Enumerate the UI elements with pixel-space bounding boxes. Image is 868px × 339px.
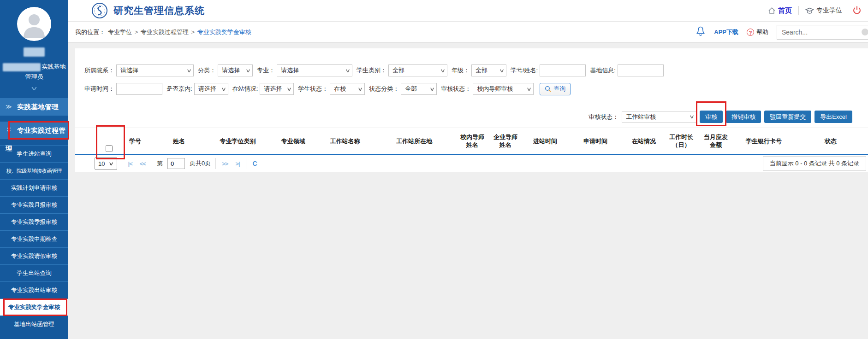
breadcrumb: 我的位置： 专业学位 > 专业实践过程管理 > 专业实践奖学金审核 > [75, 28, 251, 36]
sidebar-item[interactable]: 专业实践奖学金审核 [0, 298, 68, 316]
filter-label: 基地信息: [590, 66, 616, 75]
search-box [777, 25, 868, 40]
filter-select[interactable]: 全部 ∨ [471, 64, 506, 76]
chevron-down-icon: ∨ [186, 68, 192, 74]
filter-select[interactable]: 校内导师审核 ∨ [473, 83, 534, 95]
logout-power-button[interactable] [852, 6, 862, 16]
sidebar-item[interactable]: 专业实践出站审核 [0, 281, 68, 298]
sidebar-item[interactable]: 校、院级基地接收函管理 [0, 162, 68, 179]
divider [152, 158, 152, 169]
sidebar-group[interactable]: ≫ 实践基地管理 [0, 98, 68, 116]
sidebar-group[interactable]: ≫ 专业实践过程管理 [0, 122, 68, 139]
status-filter-label: 审核状态： [589, 113, 618, 121]
chevron-down-icon: ∨ [245, 68, 251, 74]
filter-label: 专业： [257, 66, 275, 75]
sidebar-item[interactable]: 专业实践请假审核 [0, 247, 68, 264]
table-header-row: 学号 姓名 专业学位类别 专业领域 工作站名称 工作站所在地 校内导师 姓名 企… [75, 128, 868, 155]
filter-input[interactable] [540, 64, 586, 76]
toolbar-action-button[interactable]: 审核 [700, 111, 723, 123]
search-input[interactable] [781, 28, 856, 36]
prev-page-button[interactable]: << [138, 160, 147, 167]
toolbar-action-button[interactable]: 驳回重新提交 [764, 111, 811, 123]
power-icon [852, 6, 862, 15]
redacted-username [24, 47, 45, 57]
divider [122, 158, 122, 169]
filter-select[interactable]: 全部 ∨ [388, 64, 447, 76]
role-text: 实践基地 [42, 63, 66, 70]
sidebar-submenu: 学生进站查询 校、院级基地接收函管理 实践计划申请审核 专业实践月报审核 专业实… [0, 145, 68, 333]
filter-input[interactable] [618, 64, 664, 76]
refresh-button[interactable]: C [251, 160, 259, 167]
chevron-down-icon: ∨ [108, 161, 114, 167]
chevron-down-icon: ∨ [345, 68, 351, 74]
divider [246, 158, 246, 169]
toolbar-action-button[interactable]: 撤销审核 [726, 111, 761, 123]
filter-select[interactable]: 请选择 ∨ [218, 64, 253, 76]
filter-field: 所属院系： 请选择 ∨ [84, 64, 194, 76]
bell-icon [696, 26, 706, 37]
search-icon[interactable] [862, 29, 868, 35]
next-page-button[interactable]: >> [220, 160, 229, 167]
breadcrumb-separator: > [191, 29, 195, 35]
filter-field: 状态分类： 全部 ∨ [369, 83, 437, 95]
first-page-button[interactable]: |< [127, 160, 134, 167]
chevron-down-icon: ∨ [357, 86, 363, 92]
breadcrumb-item[interactable]: 专业实践奖学金审核 [197, 29, 251, 35]
table-column-header: 进站时间 [522, 128, 568, 155]
sidebar-item[interactable]: 实践计划申请审核 [0, 179, 68, 196]
table-column-header: 学号 [119, 128, 151, 155]
home-icon [768, 7, 776, 14]
filter-field: 学生类别： 全部 ∨ [357, 64, 447, 76]
user-silhouette-icon [22, 12, 47, 38]
help-icon: ? [747, 29, 754, 36]
filter-label: 学生类别： [357, 66, 386, 75]
chevron-down-icon: ∨ [499, 68, 505, 74]
table-column-header: 专业学位类别 [207, 128, 269, 155]
filter-select[interactable]: 在校 ∨ [330, 83, 365, 95]
sidebar-item[interactable]: 专业实践中期检查 [0, 230, 68, 247]
filter-label: 所属院系： [84, 66, 114, 75]
logo-icon [91, 2, 108, 19]
collapse-chevron-icon[interactable]: ∨ [0, 85, 102, 92]
filter-select[interactable]: 请选择 ∨ [116, 64, 194, 76]
status-filter-select[interactable]: 工作站审核 ∨ [622, 111, 696, 123]
toolbar-action-button[interactable]: 导出Excel [814, 111, 852, 123]
sidebar-item[interactable]: 专业实践月报审核 [0, 196, 68, 213]
nav-home[interactable]: 首页 [768, 6, 792, 15]
breadcrumb-item[interactable]: 专业实践过程管理 [141, 29, 189, 35]
breadcrumb-items: 专业学位 > 专业实践过程管理 > 专业实践奖学金审核 > [108, 28, 251, 36]
filter-select[interactable]: 全部 ∨ [401, 83, 437, 95]
utility-bar: APP下载 ? 帮助 [696, 25, 868, 40]
table-column-header: 校内导师 姓名 [456, 128, 489, 155]
notifications-bell-button[interactable] [696, 26, 706, 38]
sidebar-groups: ≫ 实践基地管理 ≫ 专业实践过程管理 [0, 98, 68, 139]
query-button[interactable]: 查询 [540, 83, 571, 95]
top-right-nav: 首页 专业学位 [768, 6, 868, 16]
table-column-header: 当月应发 金额 [697, 128, 734, 155]
table-column-header: 学生银行卡号 [734, 128, 793, 155]
sidebar-item[interactable]: 基地出站函管理 [0, 316, 68, 333]
page-size-select[interactable]: 10 ∨ [95, 157, 117, 170]
table-column-header: 专业领域 [269, 128, 317, 155]
filter-input[interactable] [116, 83, 162, 95]
breadcrumb-item[interactable]: 专业学位 [108, 29, 132, 35]
filter-select[interactable]: 请选择 ∨ [260, 83, 294, 95]
chevron-down-icon: ∨ [429, 86, 435, 92]
app-download-link[interactable]: APP下载 [714, 28, 738, 36]
table-column-header: 姓名 [151, 128, 207, 155]
filter-field: 基地信息: [590, 64, 664, 76]
filter-select[interactable]: 请选择 ∨ [277, 64, 352, 76]
breadcrumb-separator: > [135, 29, 138, 35]
select-all-checkbox[interactable] [106, 145, 113, 152]
sidebar-item[interactable]: 学生进站查询 [0, 145, 68, 162]
nav-degree[interactable]: 专业学位 [805, 6, 842, 15]
table-header-checkbox-cell [75, 128, 119, 155]
sidebar-item[interactable]: 专业实践季报审核 [0, 213, 68, 230]
breadcrumb-prefix: 我的位置： [75, 28, 105, 36]
last-page-button[interactable]: >| [234, 160, 241, 167]
sidebar-item[interactable]: 学生出站查询 [0, 264, 68, 281]
top-bar: 研究生管理信息系统 首页 专业学位 [68, 0, 868, 22]
filter-select[interactable]: 请选择 ∨ [194, 83, 228, 95]
page-number-input[interactable] [167, 158, 185, 169]
help-link[interactable]: ? 帮助 [747, 28, 768, 36]
